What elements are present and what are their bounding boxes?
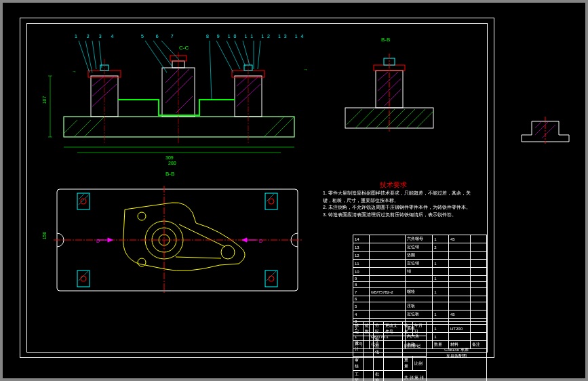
svg-line-14	[237, 84, 260, 106]
side-view-label: B-B	[381, 37, 390, 43]
svg-line-55	[406, 109, 425, 128]
side-section-view	[338, 43, 440, 145]
dim-height: 107	[42, 96, 47, 104]
svg-line-38	[227, 41, 240, 69]
svg-line-40	[243, 41, 250, 65]
bom-row: 8	[353, 282, 487, 288]
plan-view	[50, 182, 308, 298]
section-mark-c: C-C	[179, 45, 189, 51]
front-view-label: B-B	[165, 171, 174, 177]
bom-row: 13定位销2	[353, 243, 487, 252]
detail-thumbnail	[518, 111, 572, 145]
svg-line-94	[535, 121, 542, 128]
svg-line-21	[165, 69, 189, 93]
svg-marker-92	[242, 238, 247, 242]
svg-line-71	[79, 195, 89, 205]
svg-line-5	[264, 117, 284, 137]
tech-note-3: 3. 铸造表面应清表面清理后过负前压铸铁钢清后，表示锐件答。	[323, 212, 472, 219]
svg-line-73	[267, 194, 274, 201]
svg-line-95	[535, 121, 549, 135]
bom-row: 12垫圈	[353, 252, 487, 260]
svg-line-42	[258, 41, 260, 69]
title-block: 标记 处数 分区 更改文件号 签名 年月日 CA6140 车床 夹具装配图 设计…	[353, 321, 487, 381]
bom-row: 91	[353, 276, 487, 282]
svg-line-53	[386, 109, 405, 128]
svg-point-76	[81, 276, 86, 281]
svg-line-50	[355, 109, 374, 128]
balloon-number-row-2: 5 6 7	[141, 34, 179, 39]
bom-row: 5压板	[353, 302, 487, 310]
balloon-number-row: 1 2 3 4	[75, 34, 117, 39]
svg-line-32	[99, 41, 102, 68]
svg-line-29	[79, 41, 90, 73]
tech-note-1: 1. 零件大量制造应根据图样技术要求，只能超差，不能过差，其余，关键，粗糙，尺寸…	[323, 190, 472, 204]
svg-rect-67	[77, 270, 90, 287]
plan-height-dim: 150	[42, 232, 47, 240]
svg-line-31	[92, 41, 96, 69]
svg-line-86	[176, 257, 221, 258]
dim-width-1: 309	[165, 155, 174, 160]
section-mark-arrow: →	[72, 69, 77, 74]
svg-line-22	[165, 76, 193, 103]
svg-line-10	[92, 76, 115, 96]
svg-line-34	[153, 41, 172, 66]
svg-point-84	[138, 258, 146, 266]
tb-project: CA6140 车床	[428, 347, 485, 353]
front-section-view	[37, 35, 321, 154]
bom-row: 7GB/T5782-2螺栓1	[353, 288, 487, 296]
svg-point-82	[221, 245, 235, 259]
svg-line-52	[376, 109, 395, 128]
bom-row: 14六角螺母145	[353, 235, 487, 243]
svg-line-96	[542, 125, 555, 138]
svg-rect-69	[265, 270, 277, 287]
sect-D-right: D	[259, 239, 262, 243]
svg-marker-90	[108, 238, 113, 242]
svg-line-6	[274, 117, 294, 137]
sect-D-left: D	[96, 239, 100, 243]
tech-note-2: 2. 未注倒角，不允许锐边周圆千压铆钢件零件本件，为铸铁件零件本。	[323, 204, 472, 212]
model-space-background[interactable]: 1 2 3 4 5 6 7 8 9 10 11 12 13 14 B-B 107…	[3, 3, 585, 378]
svg-line-20	[165, 69, 179, 83]
tech-notes-title: 技术要求	[380, 180, 407, 190]
svg-line-4	[84, 117, 104, 137]
svg-line-58	[378, 72, 388, 81]
bom-row: 10销	[353, 268, 487, 276]
svg-rect-0	[64, 117, 294, 137]
cad-application-viewport[interactable]: 1 2 3 4 5 6 7 8 9 10 11 12 13 14 B-B 107…	[0, 0, 588, 381]
svg-point-78	[269, 276, 274, 281]
svg-line-2	[64, 120, 77, 134]
svg-line-30	[85, 41, 92, 73]
dim-width-2: 280	[168, 161, 176, 165]
svg-rect-1	[64, 117, 294, 137]
tb-title: 夹具装配图	[428, 353, 485, 359]
svg-point-75	[81, 199, 86, 204]
bom-row: 6	[353, 296, 487, 302]
svg-rect-68	[265, 193, 277, 209]
svg-line-13	[237, 76, 259, 96]
svg-line-33	[145, 41, 167, 73]
tech-notes-body: 1. 零件大量制造应根据图样技术要求，只能超差，不能过差，其余，关键，粗糙，尺寸…	[323, 190, 472, 218]
svg-line-37	[216, 41, 233, 73]
svg-line-49	[347, 109, 362, 125]
svg-line-54	[396, 109, 415, 128]
section-mark-arrow-2: →	[303, 67, 308, 72]
svg-point-83	[138, 212, 146, 220]
balloon-number-row-3: 8 9 10 11 12 13 14	[206, 34, 307, 39]
svg-point-77	[269, 199, 274, 204]
bom-row: 4定位板145	[353, 310, 487, 319]
svg-line-3	[74, 120, 91, 137]
bom-row: 11定位销1	[353, 260, 487, 268]
svg-line-36	[210, 41, 212, 100]
svg-line-56	[416, 111, 433, 128]
svg-line-59	[378, 72, 398, 91]
svg-line-85	[179, 224, 225, 247]
svg-line-51	[366, 109, 385, 128]
